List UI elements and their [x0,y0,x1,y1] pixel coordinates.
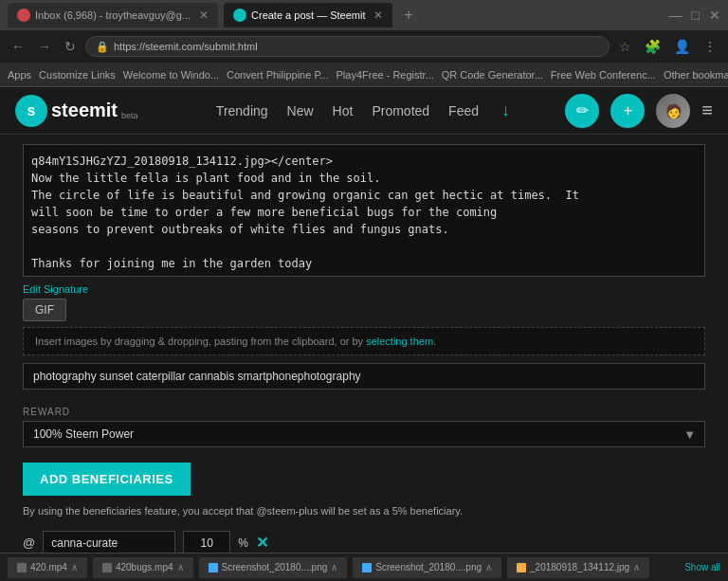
reward-select[interactable]: 100% Steem Power50% SBD / 50% SPDecline … [23,421,705,447]
lock-icon: 🔒 [96,41,109,53]
extensions-icon[interactable]: 🧩 [641,37,664,56]
beneficiary-row-0: @ % ✕ [23,531,705,555]
bookmarks-bar: Apps Customize Links Welcome to Windo...… [0,63,728,87]
nav-feed[interactable]: Feed [448,103,479,118]
download-arrow-3: ∧ [485,562,492,572]
maximize-button[interactable]: □ [692,8,700,23]
taskbar-item-2[interactable]: Screenshot_20180....png ∧ [199,557,348,578]
taskbar: 420.mp4 ∧ 420bugs.mp4 ∧ Screenshot_20180… [0,553,728,581]
browser-toolbar: ← → ↻ 🔒 https://steemit.com/submit.html … [0,30,728,63]
taskbar-item-label-3: Screenshot_20180....png [375,562,482,572]
tab-gmail[interactable]: Inbox (6,968) - troytheavguy@g... ✕ [8,3,218,27]
logo-letter: s [27,102,36,119]
pencil-icon: ✏ [576,101,589,119]
bookmark-webconf[interactable]: Free Web Conferenc... [551,69,656,81]
browser-title-bar: Inbox (6,968) - troytheavguy@g... ✕ Crea… [0,0,728,30]
tab-gmail-label: Inbox (6,968) - troytheavguy@g... [35,9,191,21]
gif-button[interactable]: GIF [23,299,66,321]
tab-steemit-close[interactable]: ✕ [373,9,383,22]
download-arrow-2: ∧ [331,562,337,572]
beneficiary-remove-0[interactable]: ✕ [256,534,268,552]
image-drop-text: Insert images by dragging & dropping, pa… [35,336,366,347]
taskbar-item-label-1: 420bugs.mp4 [116,562,173,572]
steemit-logo[interactable]: s steemit beta [15,95,138,127]
logo-beta: beta [121,111,138,120]
show-all-button[interactable]: Show all [684,562,720,572]
back-button[interactable]: ← [8,37,28,56]
nav-links: Trending New Hot Promoted Feed ↓ [161,100,566,120]
logo-circle: s [15,95,47,127]
address-bar[interactable]: 🔒 https://steemit.com/submit.html [85,36,610,57]
taskbar-item-1[interactable]: 420bugs.mp4 ∧ [93,557,193,578]
create-post-button[interactable]: ✏ [565,94,599,128]
new-tab-button[interactable]: + [404,7,412,24]
taskbar-item-label-2: Screenshot_20180....png [222,562,328,572]
hamburger-menu[interactable]: ≡ [701,100,713,121]
forward-button[interactable]: → [34,37,55,56]
beneficiary-percent-input-0[interactable] [183,531,230,555]
nav-promoted[interactable]: Promoted [372,103,429,118]
taskbar-item-icon-4 [517,563,526,572]
profile-icon[interactable]: 👤 [670,37,694,56]
beneficiary-at-0: @ [23,536,35,550]
taskbar-item-icon-0 [17,563,27,572]
bookmark-welcome[interactable]: Welcome to Windo... [123,69,219,81]
beneficiary-name-input-0[interactable] [43,531,175,555]
tab-gmail-favicon [17,9,30,22]
taskbar-item-icon-3 [362,563,372,572]
site-navigation: s steemit beta Trending New Hot Promoted… [0,87,728,135]
reward-select-wrapper: 100% Steem Power50% SBD / 50% SPDecline … [23,421,705,447]
add-beneficiaries-button[interactable]: ADD BENEFICIARIES [23,463,191,496]
minimize-button[interactable]: — [669,8,682,23]
post-body-textarea[interactable] [23,144,705,277]
tab-steemit-label: Create a post — Steemit [251,9,365,21]
post-form: Edit Signature GIF Insert images by drag… [4,135,724,581]
download-arrow-4: ∧ [633,562,640,572]
bookmark-star[interactable]: ☆ [615,37,635,56]
logo-text: steemit [51,100,118,121]
nav-new[interactable]: New [287,103,314,118]
taskbar-item-label-0: 420.mp4 [30,562,67,572]
reward-label: REWARD [23,407,705,417]
bookmark-customize[interactable]: Customize Links [39,69,116,81]
reload-button[interactable]: ↻ [61,37,80,56]
nav-trending[interactable]: Trending [216,103,268,118]
beneficiary-percent-sign-0: % [238,536,248,550]
bookmark-play4free[interactable]: Play4Free - Registr... [336,69,433,81]
bookmark-qr[interactable]: QR Code Generator... [442,69,543,81]
feed-arrow-icon: ↓ [501,100,510,120]
download-arrow-0: ∧ [71,562,78,572]
tab-steemit[interactable]: Create a post — Steemit ✕ [224,3,392,27]
site-container: Edit Signature GIF Insert images by drag… [0,135,728,581]
nav-right: ✏ + 🧑 ≡ [565,94,713,128]
taskbar-item-icon-2 [209,563,218,572]
beneficiaries-notice: By using the beneficiaries feature, you … [23,503,705,519]
avatar-button[interactable]: 🧑 [656,94,690,128]
reward-section: REWARD 100% Steem Power50% SBD / 50% SPD… [23,407,705,447]
browser-chrome: Inbox (6,968) - troytheavguy@g... ✕ Crea… [0,0,728,87]
tab-gmail-close[interactable]: ✕ [199,9,209,22]
tab-steemit-favicon [233,9,246,22]
add-icon-button[interactable]: + [610,94,645,128]
taskbar-item-icon-1 [102,563,112,572]
bookmark-convert[interactable]: Convert Philippine P... [227,69,328,81]
taskbar-item-3[interactable]: Screenshot_20180....png ∧ [353,557,501,578]
edit-signature-link[interactable]: Edit Signature [23,283,705,295]
image-drop-area[interactable]: Insert images by dragging & dropping, pa… [23,327,705,355]
image-drop-link[interactable]: selecting them [366,336,433,347]
taskbar-item-0[interactable]: 420.mp4 ∧ [8,557,87,578]
image-drop-period: . [433,336,436,347]
tags-input[interactable] [23,363,705,390]
close-button[interactable]: ✕ [709,8,720,23]
menu-dots[interactable]: ⋮ [700,37,720,56]
bookmark-apps[interactable]: Apps [8,69,31,81]
taskbar-item-4[interactable]: _20180918_134112.jpg ∧ [507,557,649,578]
download-arrow-1: ∧ [177,562,184,572]
address-text: https://steemit.com/submit.html [114,41,258,52]
taskbar-item-label-4: _20180918_134112.jpg [530,562,629,572]
bookmark-other[interactable]: Other bookmarks [664,69,728,81]
plus-icon: + [624,102,632,119]
nav-hot[interactable]: Hot [333,103,354,118]
